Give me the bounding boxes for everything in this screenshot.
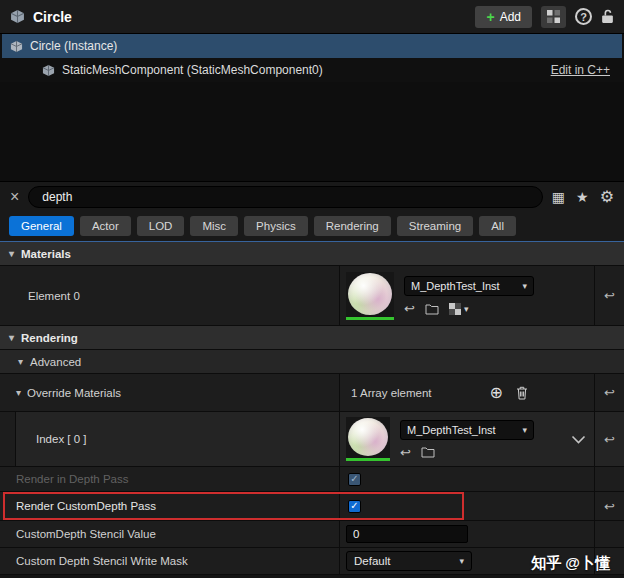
section-header-rendering[interactable]: ▾ Rendering [0, 326, 624, 350]
override-index-row: Index [ 0 ] M_DepthTest_Inst ▾ ↩ [0, 412, 624, 467]
label-cell: Element 0 [0, 266, 340, 325]
reset-cell [595, 521, 624, 547]
edit-in-cpp-link[interactable]: Edit in C++ [551, 63, 614, 77]
tab-all[interactable]: All [479, 216, 516, 236]
override-asset-dropdown[interactable]: M_DepthTest_Inst ▾ [400, 420, 534, 440]
component-tree: Circle (Instance) StaticMeshComponent (S… [0, 34, 624, 181]
clear-search-icon[interactable]: × [10, 189, 19, 205]
reset-cell [595, 467, 624, 491]
write-mask-label: Custom Depth Stencil Write Mask [0, 555, 188, 567]
render-in-depth-pass-row: Render in Depth Pass ✓ [0, 467, 624, 492]
tab-misc[interactable]: Misc [190, 216, 238, 236]
material-asset-name: M_DepthTest_Inst [411, 280, 500, 292]
plus-icon: + [486, 10, 494, 24]
check-icon: ✓ [350, 501, 358, 511]
search-bar: × ▦ ★ ⚙ [0, 181, 624, 211]
delete-array-icon[interactable] [516, 386, 528, 400]
actor-icon [10, 9, 25, 24]
index-label: Index [ 0 ] [16, 433, 87, 445]
use-selected-asset-icon[interactable]: ↩ [404, 302, 415, 315]
array-actions: ⊕ [490, 385, 594, 401]
label-cell: Index [ 0 ] [0, 412, 340, 466]
tree-row-staticmesh-component[interactable]: StaticMeshComponent (StaticMeshComponent… [2, 58, 622, 82]
tree-child-label: StaticMeshComponent (StaticMeshComponent… [62, 63, 323, 77]
reset-cell: ↩ [595, 412, 624, 466]
title-bar-actions: + Add ? [475, 6, 614, 28]
asset-action-icons: ↩ [400, 446, 534, 459]
add-button-label: Add [500, 10, 521, 24]
lock-icon[interactable] [601, 9, 614, 24]
reset-to-default-icon[interactable]: ↩ [604, 288, 615, 303]
asset-action-icons: ↩ ▾ [404, 302, 534, 315]
override-materials-label: Override Materials [21, 387, 121, 399]
reset-to-default-icon[interactable]: ↩ [604, 432, 615, 447]
material-sphere-preview [348, 273, 392, 315]
value-cell: M_DepthTest_Inst ▾ ↩ ▾ [340, 266, 595, 325]
element-label: Element 0 [0, 290, 80, 302]
title-bar: Circle + Add ? [0, 0, 624, 34]
settings-gear-icon[interactable]: ⚙ [600, 187, 614, 206]
material-sphere-preview [348, 418, 388, 456]
material-element-row: Element 0 M_DepthTest_Inst ▾ ↩ [0, 266, 624, 326]
value-cell: 1 Array element ⊕ [340, 374, 595, 411]
display-filter-icon[interactable]: ▦ [552, 189, 565, 205]
label-cell: Render in Depth Pass [0, 467, 340, 491]
browse-asset-icon[interactable] [425, 303, 439, 315]
chevron-down-icon: ▾ [522, 425, 527, 435]
browse-asset-icon[interactable] [421, 446, 435, 458]
advanced-subheader[interactable]: ▾ Advanced [0, 350, 624, 374]
tab-streaming[interactable]: Streaming [397, 216, 473, 236]
panel-layout-icon [547, 10, 560, 23]
value-cell: ✓ [340, 467, 595, 491]
search-bar-icons: ▦ ★ ⚙ [552, 187, 614, 206]
stencil-value-input[interactable] [346, 525, 468, 543]
material-thumbnail[interactable] [346, 417, 390, 461]
help-button[interactable]: ? [575, 8, 592, 25]
add-button[interactable]: + Add [475, 6, 532, 28]
asset-column: M_DepthTest_Inst ▾ ↩ [400, 420, 534, 459]
override-materials-row: ▾ Override Materials 1 Array element ⊕ ↩ [0, 374, 624, 412]
label-cell: Render CustomDepth Pass [0, 492, 340, 520]
help-icon: ? [580, 11, 587, 23]
array-element-count: 1 Array element [340, 387, 432, 399]
chevron-down-icon: ▾ [522, 281, 527, 291]
mesh-icon [42, 64, 55, 77]
render-in-depth-pass-checkbox: ✓ [348, 473, 361, 486]
customdepth-stencil-value-row: CustomDepth Stencil Value [0, 521, 624, 548]
render-customdepth-pass-checkbox[interactable]: ✓ [348, 500, 361, 513]
material-instance-color-bar [346, 317, 394, 320]
chevron-down-icon: ▾ [464, 304, 469, 314]
reset-to-default-icon[interactable]: ↩ [604, 499, 615, 514]
label-cell: Custom Depth Stencil Write Mask [0, 548, 340, 574]
label-cell: ▾ Override Materials [0, 374, 340, 411]
section-header-materials[interactable]: ▾ Materials [0, 242, 624, 266]
details-panel-window: Circle + Add ? Circle (Instance) [0, 0, 624, 578]
advanced-label: Advanced [30, 356, 81, 368]
write-mask-selected-value: Default [354, 555, 390, 567]
write-mask-dropdown[interactable]: Default ▾ [346, 551, 472, 571]
element-expander-chevron-icon[interactable] [571, 435, 586, 444]
tab-rendering[interactable]: Rendering [314, 216, 391, 236]
panel-layout-button[interactable] [541, 6, 566, 28]
add-array-element-icon[interactable]: ⊕ [490, 385, 503, 401]
render-in-depth-pass-label: Render in Depth Pass [0, 473, 129, 485]
tab-physics[interactable]: Physics [244, 216, 308, 236]
search-input[interactable] [28, 186, 543, 208]
chevron-down-icon: ▾ [9, 248, 14, 259]
use-selected-asset-icon[interactable]: ↩ [400, 446, 411, 459]
material-asset-dropdown[interactable]: M_DepthTest_Inst ▾ [404, 276, 534, 296]
material-thumbnail[interactable] [346, 272, 394, 320]
tab-lod[interactable]: LOD [137, 216, 185, 236]
tree-row-actor-instance[interactable]: Circle (Instance) [2, 34, 622, 58]
check-icon: ✓ [350, 474, 358, 484]
texture-picker-icon[interactable]: ▾ [449, 303, 469, 315]
favorites-icon[interactable]: ★ [576, 189, 589, 205]
chevron-down-icon: ▾ [18, 356, 23, 367]
override-asset-name: M_DepthTest_Inst [407, 424, 496, 436]
mesh-icon [10, 40, 23, 53]
reset-to-default-icon[interactable]: ↩ [604, 385, 615, 400]
page-title: Circle [33, 9, 72, 25]
tab-general[interactable]: General [9, 216, 74, 236]
chevron-down-icon[interactable]: ▾ [0, 387, 21, 398]
tab-actor[interactable]: Actor [80, 216, 131, 236]
